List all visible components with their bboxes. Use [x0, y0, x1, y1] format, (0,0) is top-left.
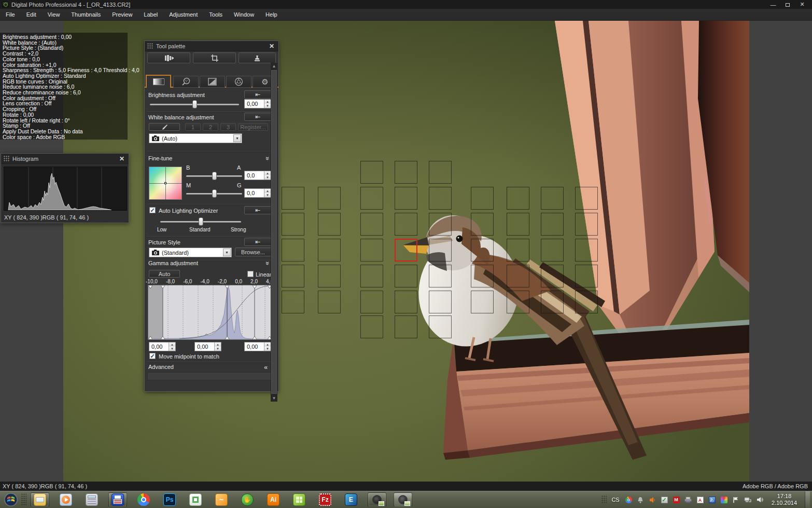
menu-adjustment[interactable]: Adjustment — [163, 9, 203, 20]
dropdown-arrow-icon[interactable]: ▼ — [223, 249, 231, 256]
menu-thumbnails[interactable]: Thumbnails — [65, 9, 106, 20]
scroll-down-icon[interactable]: ▼ — [271, 395, 277, 402]
close-button[interactable]: ✕ — [799, 2, 806, 8]
taskbar-app-explorer[interactable] — [31, 492, 49, 507]
mg-slider[interactable] — [186, 189, 242, 198]
gamma-auto-button[interactable]: Auto — [149, 270, 180, 278]
midpoint-checkbox[interactable]: ✓ — [149, 353, 156, 359]
mg-spinner[interactable]: ▲▼ — [264, 189, 271, 197]
ba-value-input[interactable]: 0,0 ▲▼ — [244, 171, 271, 180]
taskbar-app-dpp-camera-2[interactable] — [394, 492, 412, 507]
tray-action-flag-icon[interactable] — [732, 496, 740, 504]
taskbar-app-dpp-camera-1[interactable] — [368, 492, 386, 507]
tray-network-icon[interactable] — [744, 496, 752, 504]
wb-fine-tune-color-plane[interactable] — [149, 167, 182, 200]
language-indicator[interactable]: CS — [610, 496, 621, 504]
brightness-spinner[interactable]: ▲▼ — [264, 100, 271, 108]
collapse-chevron-icon[interactable]: « — [263, 157, 271, 160]
taskbar-app-e-app[interactable]: E — [342, 492, 360, 507]
taskbar-app-filezilla[interactable]: Fz — [316, 492, 334, 507]
tab-tone-adjustment[interactable] — [200, 76, 225, 88]
mg-value-input[interactable]: 0,0 ▲▼ — [244, 188, 271, 198]
taskbar-app-media-player[interactable] — [57, 492, 75, 507]
tool-palette-title-bar[interactable]: Tool palette ✕ — [145, 41, 278, 51]
ba-spinner[interactable]: ▲▼ — [264, 171, 271, 180]
scroll-up-icon[interactable]: ▲ — [271, 63, 277, 70]
histogram-title-bar[interactable]: Histogram ✕ — [1, 154, 129, 164]
wb-dropdown[interactable]: (Auto) ▼ — [149, 133, 242, 143]
spinner[interactable]: ▲▼ — [169, 342, 175, 351]
browse-button[interactable]: Browse... — [235, 248, 271, 256]
stamp-tool-button[interactable] — [239, 52, 276, 63]
menu-edit[interactable]: Edit — [21, 9, 42, 20]
gamma-midpoint-input[interactable]: 0,00▲▼ — [194, 342, 221, 351]
taskbar-app-orange-z-app[interactable]: ~ — [212, 492, 231, 507]
tray-bell-icon[interactable] — [636, 496, 645, 504]
dropdown-arrow-icon[interactable]: ▼ — [233, 134, 241, 142]
brightness-reset-button[interactable]: ⇤ — [244, 90, 271, 99]
palette-scrollbar[interactable]: ▲ ▼ — [271, 63, 277, 402]
scrollbar-thumb[interactable] — [271, 70, 277, 394]
taskbar-app-save-tool[interactable] — [108, 492, 127, 507]
wb-register-button[interactable]: Register... — [238, 123, 268, 131]
white-balance-reset-button[interactable]: ⇤ — [244, 113, 271, 121]
wb-preset-1-button[interactable]: 1 — [185, 123, 201, 131]
tray-chrome-icon[interactable] — [624, 496, 633, 504]
start-button[interactable] — [1, 492, 21, 507]
taskbar-clock[interactable]: 17:18 2.10.2014 — [767, 493, 801, 506]
tray-catalyst-icon[interactable] — [720, 496, 728, 504]
lens-tool-button[interactable] — [147, 52, 190, 63]
tray-adobe-m-icon[interactable]: M — [672, 496, 680, 504]
taskbar-app-photoshop[interactable]: Ps — [160, 492, 179, 507]
taskbar-app-illustrator[interactable]: Ai — [264, 492, 283, 507]
drag-handle-icon[interactable] — [4, 156, 10, 162]
alo-slider[interactable] — [160, 217, 241, 226]
collapse-chevron-icon[interactable]: « — [263, 262, 271, 265]
show-desktop-button[interactable] — [805, 491, 810, 508]
taskbar-app-green-globe-app[interactable]: ✋ — [238, 492, 257, 507]
tray-acrobat-pdf-icon[interactable]: A — [696, 496, 704, 504]
tray-ime-icon[interactable]: あ — [708, 496, 716, 504]
brightness-slider[interactable] — [150, 100, 239, 108]
menu-label[interactable]: Label — [138, 9, 163, 20]
expand-chevron-icon[interactable]: « — [264, 363, 268, 371]
menu-preview[interactable]: Preview — [106, 9, 138, 20]
tray-speaker-icon[interactable] — [755, 496, 764, 504]
taskbar-app-chrome[interactable] — [134, 492, 153, 507]
gamma-histogram[interactable] — [148, 285, 272, 340]
picture-style-dropdown[interactable]: (Standard) ▼ — [149, 248, 232, 257]
brightness-value-input[interactable]: 0,00 ▲▼ — [244, 99, 271, 108]
menu-file[interactable]: File — [0, 9, 21, 20]
close-icon[interactable]: ✕ — [269, 43, 278, 50]
tab-basic-adjustment[interactable] — [146, 75, 171, 88]
linear-checkbox[interactable] — [247, 271, 254, 277]
spinner[interactable]: ▲▼ — [264, 342, 271, 351]
menu-help[interactable]: Help — [260, 9, 283, 20]
alo-reset-button[interactable]: ⇤ — [244, 206, 271, 214]
wb-preset-3-button[interactable]: 3 — [220, 123, 236, 131]
color-plane-cursor[interactable] — [164, 182, 166, 184]
minimize-button[interactable]: — — [769, 2, 777, 8]
ba-slider[interactable] — [186, 172, 242, 180]
menu-tools[interactable]: Tools — [203, 9, 228, 20]
drag-handle-icon[interactable] — [147, 43, 153, 49]
alo-checkbox[interactable]: ✓ — [149, 207, 156, 213]
taskbar-app-calculator[interactable] — [82, 492, 101, 507]
gamma-shadow-input[interactable]: 0,00▲▼ — [149, 342, 176, 351]
hidden-icons-handle[interactable] — [601, 496, 607, 504]
menu-view[interactable]: View — [42, 9, 66, 20]
crop-tool-button[interactable] — [193, 52, 236, 63]
wb-preset-2-button[interactable]: 2 — [203, 123, 218, 131]
tray-volume-notify-icon[interactable] — [648, 496, 656, 504]
tab-color-adjustment[interactable] — [226, 76, 251, 88]
gamma-highlight-input[interactable]: 0,00▲▼ — [244, 342, 271, 351]
taskbar-app-green-grid-app[interactable] — [290, 492, 309, 507]
taskbar-app-white-app[interactable] — [186, 492, 205, 507]
tray-update-check-icon[interactable]: ✓ — [660, 496, 668, 504]
menu-window[interactable]: Window — [228, 9, 260, 20]
tab-detail-adjustment[interactable] — [173, 76, 199, 88]
tray-printer-icon[interactable] — [684, 496, 692, 504]
wb-eyedropper-button[interactable] — [149, 123, 180, 131]
restore-button[interactable] — [784, 2, 791, 8]
spinner[interactable]: ▲▼ — [214, 342, 221, 351]
